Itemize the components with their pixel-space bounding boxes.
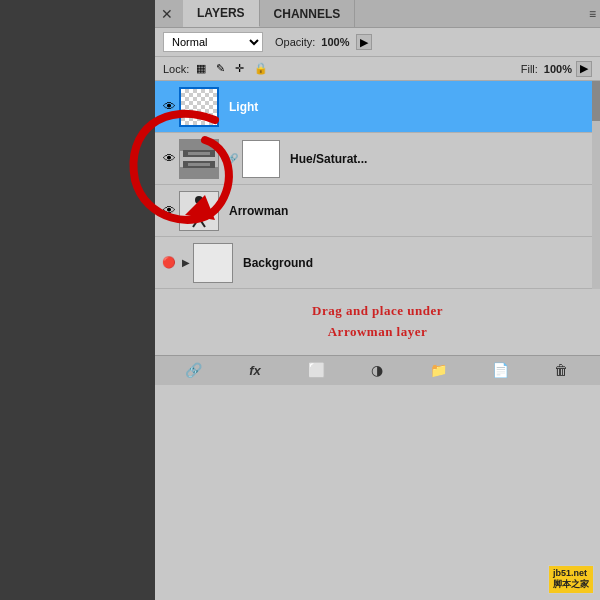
panel-tools: ✕ (155, 0, 183, 27)
delete-layer-button[interactable]: 🗑 (550, 359, 572, 381)
layer-visibility-arrowman[interactable]: 👁 (159, 201, 179, 221)
opacity-arrow-btn[interactable]: ▶ (356, 34, 372, 50)
instruction-area: Drag and place under Arrowman layer (155, 289, 600, 355)
lock-image-icon[interactable]: ✎ (213, 60, 228, 77)
background-expand[interactable]: ▶ (179, 256, 193, 270)
svg-line-5 (199, 218, 205, 227)
add-mask-button[interactable]: ⬜ (305, 359, 327, 381)
left-sidebar (0, 0, 155, 600)
huesat-layer-name: Hue/Saturat... (290, 152, 596, 166)
lock-all-icon[interactable]: 🔒 (251, 60, 271, 77)
opacity-value: 100% (321, 36, 349, 48)
svg-line-4 (193, 218, 199, 227)
panel-menu-arrow[interactable]: ≡ (589, 7, 596, 21)
tab-layers[interactable]: LAYERS (183, 0, 260, 27)
huesat-mask-thumb (242, 140, 280, 178)
group-button[interactable]: 📁 (428, 359, 450, 381)
tab-bar: ✕ LAYERS CHANNELS ≡ (155, 0, 600, 28)
main-window: ✕ LAYERS CHANNELS ≡ Normal Opacity: 100%… (0, 0, 600, 600)
lock-position-icon[interactable]: ✛ (232, 60, 247, 77)
scroll-indicator[interactable] (592, 81, 600, 289)
wrench-icon[interactable]: ✕ (161, 6, 173, 22)
light-thumb (179, 87, 219, 127)
layer-visibility-background[interactable]: 🔴 (159, 253, 179, 273)
fill-arrow-btn[interactable]: ▶ (576, 61, 592, 77)
fill-label: Fill: (521, 63, 538, 75)
arrowman-thumbs (179, 191, 225, 231)
svg-line-3 (199, 208, 208, 212)
layer-item-background[interactable]: 🔴 ▶ Background (155, 237, 600, 289)
layers-list: 👁 Light 👁 (155, 81, 600, 289)
lock-transparent-icon[interactable]: ▦ (193, 60, 209, 77)
layer-visibility-huesat[interactable]: 👁 (159, 149, 179, 169)
layer-item-light[interactable]: 👁 Light (155, 81, 600, 133)
light-layer-name: Light (229, 100, 596, 114)
huesat-thumbs: 🔗 (179, 139, 286, 179)
link-layers-button[interactable]: 🔗 (183, 359, 205, 381)
bottom-toolbar: 🔗 fx ⬜ ◑ 📁 📄 🗑 (155, 355, 600, 385)
fx-button[interactable]: fx (244, 359, 266, 381)
new-layer-button[interactable]: 📄 (489, 359, 511, 381)
background-thumbs (193, 243, 239, 283)
adjustment-button[interactable]: ◑ (366, 359, 388, 381)
layer-visibility-light[interactable]: 👁 (159, 97, 179, 117)
huesat-link-icon: 🔗 (226, 153, 238, 164)
arrowman-thumb (179, 191, 219, 231)
blend-opacity-row: Normal Opacity: 100% ▶ (155, 28, 600, 57)
light-thumbs (179, 87, 225, 127)
opacity-label: Opacity: (275, 36, 315, 48)
scroll-thumb[interactable] (592, 81, 600, 121)
layer-item-huesat[interactable]: 👁 🔗 Hue/ (155, 133, 600, 185)
arrowman-layer-name: Arrowman (229, 204, 596, 218)
layers-panel: ✕ LAYERS CHANNELS ≡ Normal Opacity: 100%… (155, 0, 600, 600)
layer-item-arrowman[interactable]: 👁 (155, 185, 600, 237)
blend-mode-select[interactable]: Normal (163, 32, 263, 52)
tab-channels[interactable]: CHANNELS (260, 0, 356, 27)
fill-value: 100% (544, 63, 572, 75)
watermark: jb51.net脚本之家 (548, 565, 594, 594)
huesat-thumb (179, 139, 219, 179)
instruction-text: Drag and place under Arrowman layer (163, 301, 592, 343)
background-layer-name: Background (243, 256, 596, 270)
svg-line-2 (190, 208, 199, 214)
background-thumb (193, 243, 233, 283)
svg-point-0 (195, 196, 203, 204)
layers-scroll-area: 👁 Light 👁 (155, 81, 600, 289)
lock-fill-row: Lock: ▦ ✎ ✛ 🔒 Fill: 100% ▶ (155, 57, 600, 81)
lock-label: Lock: (163, 63, 189, 75)
